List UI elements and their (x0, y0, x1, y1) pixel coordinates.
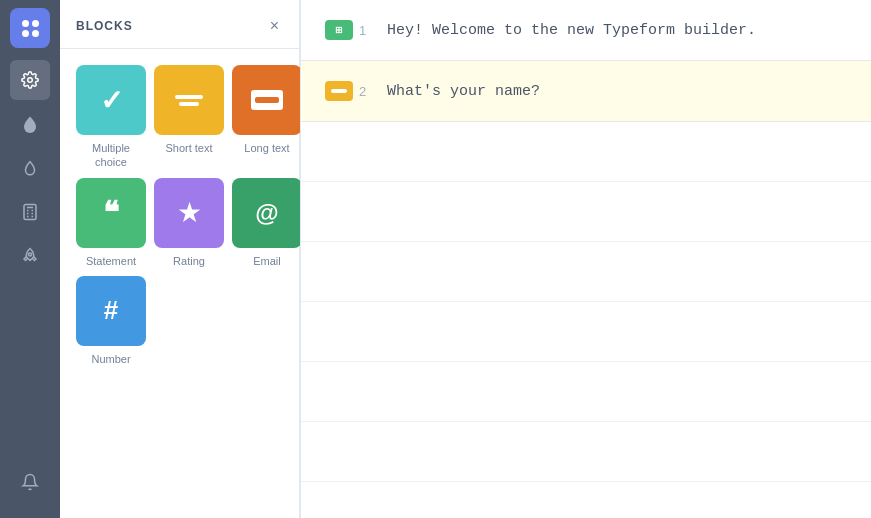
multiple-choice-label: Multiple choice (76, 141, 146, 170)
block-email[interactable]: @ Email (232, 178, 302, 268)
rocket-icon[interactable] (10, 236, 50, 276)
logo-button[interactable] (10, 8, 50, 48)
email-icon: @ (232, 178, 302, 248)
empty-row-3 (301, 242, 871, 302)
multiple-choice-icon: ✓ (76, 65, 146, 135)
q2-badge: 2 (325, 81, 371, 101)
blocks-panel: BLOCKS × ✓ Multiple choice Short text (60, 0, 300, 518)
bell-icon[interactable] (10, 462, 50, 502)
empty-row-6 (301, 422, 871, 482)
q2-number: 2 (359, 84, 371, 99)
question-block-2[interactable]: 2 What's your name? (301, 61, 871, 122)
svg-point-9 (29, 253, 32, 256)
q1-number: 1 (359, 23, 371, 38)
short-text-icon (154, 65, 224, 135)
rating-label: Rating (173, 254, 205, 268)
q2-text: What's your name? (387, 83, 540, 100)
empty-row-4 (301, 302, 871, 362)
block-long-text[interactable]: Long text (232, 65, 302, 170)
blocks-title: BLOCKS (76, 19, 133, 33)
settings-icon[interactable] (10, 60, 50, 100)
logo-icon (22, 20, 39, 37)
block-rating[interactable]: ★ Rating (154, 178, 224, 268)
block-short-text[interactable]: Short text (154, 65, 224, 170)
main-content: ⊞ 1 Hey! Welcome to the new Typeform bui… (300, 0, 871, 518)
block-multiple-choice[interactable]: ✓ Multiple choice (76, 65, 146, 170)
long-text-label: Long text (244, 141, 289, 155)
q1-text: Hey! Welcome to the new Typeform builder… (387, 22, 756, 39)
email-label: Email (253, 254, 281, 268)
rating-icon: ★ (154, 178, 224, 248)
blocks-header: BLOCKS × (60, 0, 299, 49)
empty-row-2 (301, 182, 871, 242)
block-statement[interactable]: ❝ Statement (76, 178, 146, 268)
number-label: Number (91, 352, 130, 366)
q1-type-badge: ⊞ (325, 20, 353, 40)
long-text-icon (232, 65, 302, 135)
block-number[interactable]: # Number (76, 276, 146, 366)
flame-icon[interactable] (10, 148, 50, 188)
svg-point-0 (28, 78, 33, 83)
question-block-1[interactable]: ⊞ 1 Hey! Welcome to the new Typeform bui… (301, 0, 871, 61)
statement-icon: ❝ (76, 178, 146, 248)
q1-badge: ⊞ 1 (325, 20, 371, 40)
question-row-1[interactable]: ⊞ 1 Hey! Welcome to the new Typeform bui… (301, 0, 871, 60)
blocks-grid: ✓ Multiple choice Short text Long text (60, 49, 299, 382)
question-row-2[interactable]: 2 What's your name? (301, 61, 871, 121)
empty-row-1 (301, 122, 871, 182)
number-icon: # (76, 276, 146, 346)
icon-bar (0, 0, 60, 518)
statement-label: Statement (86, 254, 136, 268)
q2-type-badge (325, 81, 353, 101)
calculator-icon[interactable] (10, 192, 50, 232)
close-button[interactable]: × (266, 16, 283, 36)
short-text-label: Short text (165, 141, 212, 155)
drop-icon[interactable] (10, 104, 50, 144)
empty-row-5 (301, 362, 871, 422)
